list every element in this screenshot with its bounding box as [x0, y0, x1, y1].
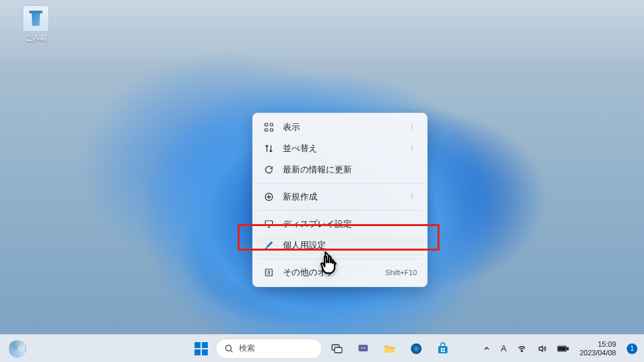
svg-rect-22 — [558, 347, 565, 350]
desktop-context-menu: 表示 〉 並べ替え 〉 最新の情報に更新 新規作成 〉 ディスプレイ設定 個人用 — [252, 113, 428, 287]
tray-battery[interactable] — [554, 345, 572, 353]
paintbrush-icon — [263, 241, 275, 250]
edge-icon — [410, 342, 423, 355]
menu-item-more-options[interactable]: その他のオプ Shift+F10 — [256, 262, 424, 283]
svg-point-11 — [361, 347, 362, 349]
menu-item-personalize[interactable]: 個人用設定 — [256, 235, 424, 256]
menu-label: 新規作成 — [283, 191, 410, 203]
notification-center[interactable]: 1 — [624, 343, 640, 354]
widgets-icon — [9, 340, 26, 357]
refresh-icon — [263, 165, 275, 174]
menu-separator — [258, 210, 422, 211]
svg-rect-1 — [270, 123, 273, 126]
svg-rect-16 — [443, 348, 445, 350]
start-button[interactable] — [189, 337, 213, 361]
task-view-icon — [330, 342, 343, 355]
clock-date: 2023/04/08 — [580, 349, 616, 357]
menu-item-display-settings[interactable]: ディスプレイ設定 — [256, 213, 424, 235]
tray-network[interactable] — [515, 344, 529, 353]
search-placeholder: 検索 — [239, 343, 255, 354]
tray-ime[interactable]: A — [498, 343, 509, 353]
menu-label: 並べ替え — [283, 143, 410, 154]
svg-point-7 — [226, 345, 231, 350]
svg-rect-10 — [359, 345, 368, 351]
more-options-icon — [263, 268, 275, 277]
svg-rect-5 — [266, 221, 273, 226]
chevron-right-icon: 〉 — [410, 192, 417, 202]
menu-item-view[interactable]: 表示 〉 — [256, 117, 424, 138]
taskbar-app-store[interactable] — [431, 337, 455, 361]
svg-point-12 — [364, 347, 365, 349]
taskbar-app-chat[interactable] — [351, 337, 375, 361]
svg-rect-0 — [265, 123, 268, 126]
svg-point-13 — [411, 343, 422, 354]
plus-circle-icon — [263, 192, 275, 202]
chevron-up-icon — [483, 345, 490, 352]
ime-indicator: A — [501, 343, 507, 353]
svg-rect-14 — [438, 346, 447, 353]
menu-label: 最新の情報に更新 — [283, 164, 417, 176]
svg-rect-18 — [443, 350, 445, 352]
widgets-button[interactable] — [5, 337, 29, 361]
folder-icon — [383, 342, 396, 355]
recycle-bin-label: ごみ箱 — [25, 33, 47, 43]
menu-shortcut: Shift+F10 — [386, 269, 417, 276]
chevron-right-icon: 〉 — [410, 144, 417, 153]
menu-label: 表示 — [283, 121, 410, 133]
taskbar: 検索 A 15: — [0, 334, 644, 362]
recycle-bin-icon — [23, 5, 49, 32]
tray-volume[interactable] — [534, 344, 549, 353]
store-icon — [436, 342, 449, 355]
taskbar-search[interactable]: 検索 — [216, 339, 322, 359]
svg-rect-15 — [441, 348, 443, 350]
search-icon — [224, 344, 234, 353]
menu-item-refresh[interactable]: 最新の情報に更新 — [256, 159, 424, 180]
task-view-button[interactable] — [325, 337, 349, 361]
grid-icon — [263, 123, 275, 132]
windows-logo-icon — [195, 342, 208, 355]
speaker-icon — [537, 344, 546, 353]
svg-rect-17 — [441, 350, 443, 352]
taskbar-app-edge[interactable] — [404, 337, 428, 361]
tray-overflow[interactable] — [481, 345, 493, 352]
menu-item-sort[interactable]: 並べ替え 〉 — [256, 138, 424, 159]
svg-point-19 — [521, 350, 523, 351]
menu-label: 個人用設定 — [283, 239, 417, 251]
clock-time: 15:09 — [598, 340, 616, 349]
notification-badge: 1 — [627, 343, 637, 354]
display-icon — [263, 219, 275, 229]
svg-rect-2 — [265, 129, 268, 131]
battery-icon — [557, 345, 569, 353]
menu-separator — [258, 259, 422, 259]
taskbar-app-explorer[interactable] — [378, 337, 402, 361]
sort-icon — [263, 144, 275, 153]
chat-icon — [357, 342, 370, 355]
menu-separator — [258, 183, 422, 184]
svg-rect-9 — [335, 347, 342, 353]
desktop-icon-recycle-bin[interactable]: ごみ箱 — [15, 5, 57, 43]
menu-item-new[interactable]: 新規作成 〉 — [256, 186, 424, 208]
svg-rect-3 — [270, 129, 273, 131]
menu-label: その他のオプ — [283, 267, 386, 278]
wifi-icon — [517, 344, 526, 353]
chevron-right-icon: 〉 — [410, 123, 417, 132]
taskbar-clock[interactable]: 15:09 2023/04/08 — [577, 340, 619, 357]
menu-label: ディスプレイ設定 — [283, 218, 417, 230]
svg-rect-21 — [567, 347, 568, 349]
